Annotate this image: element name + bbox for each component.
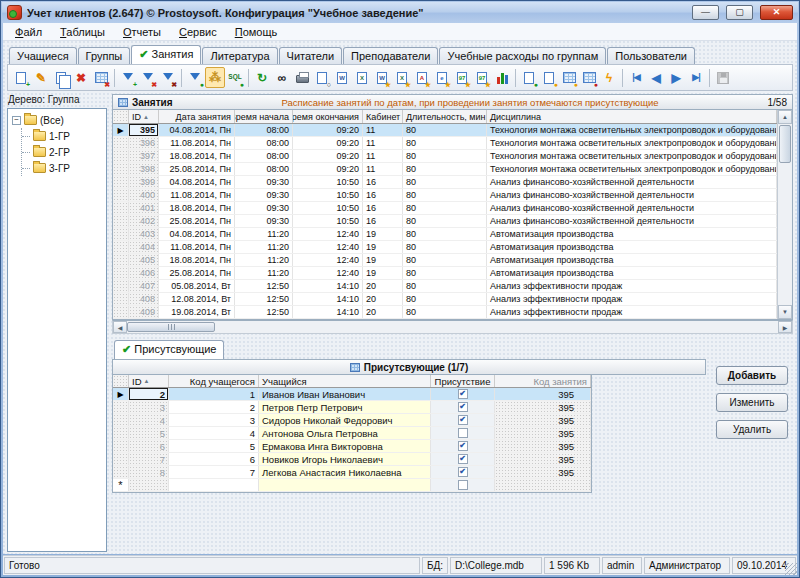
- close-button[interactable]: ✕: [760, 5, 793, 20]
- cell[interactable]: [129, 479, 169, 491]
- expand-collapse-icon[interactable]: −: [12, 116, 21, 125]
- cell[interactable]: 12.08.2014, Вт: [159, 293, 235, 305]
- cell[interactable]: 402: [129, 215, 159, 227]
- cell[interactable]: 12:50: [235, 293, 293, 305]
- cell[interactable]: Анализ финансово-хозяйственной деятельно…: [487, 176, 777, 188]
- cell[interactable]: 12:50: [235, 306, 293, 318]
- cell[interactable]: 80: [403, 150, 487, 162]
- checkbox-checked[interactable]: ✔: [458, 454, 468, 464]
- lessons-row[interactable]: 39611.08.2014, Пн08:0009:201180Технологи…: [113, 137, 777, 150]
- cell[interactable]: 11: [363, 137, 403, 149]
- cell[interactable]: 14:10: [293, 293, 363, 305]
- cell[interactable]: 08:00: [235, 137, 293, 149]
- tab-1[interactable]: Группы: [78, 47, 131, 64]
- cell[interactable]: 09:30: [235, 176, 293, 188]
- set-filter-button[interactable]: +: [118, 67, 138, 88]
- menu-item-0[interactable]: Файл: [6, 24, 51, 40]
- resize-grip[interactable]: [785, 563, 797, 575]
- cell[interactable]: 395: [495, 414, 591, 426]
- scroll-thumb[interactable]: [127, 322, 215, 332]
- cell[interactable]: 80: [403, 280, 487, 292]
- cell[interactable]: 18.08.2014, Пн: [159, 254, 235, 266]
- scroll-left-button[interactable]: ◀: [113, 321, 127, 333]
- tree-node-2[interactable]: 3-ГР: [22, 160, 106, 176]
- cell[interactable]: Технология монтажа осветительных электро…: [487, 150, 777, 162]
- cell[interactable]: 4: [169, 427, 259, 439]
- cell[interactable]: 12:40: [293, 241, 363, 253]
- attendance-row[interactable]: 76Новиков Игорь Николаевич✔395: [113, 453, 591, 466]
- scroll-track[interactable]: [778, 124, 792, 305]
- cell[interactable]: Новиков Игорь Николаевич: [259, 453, 431, 465]
- attendance-new-row[interactable]: *: [113, 479, 591, 492]
- scroll-up-button[interactable]: ▲: [778, 110, 792, 124]
- tab-attendance[interactable]: ✔Присутсвующие: [114, 340, 224, 359]
- export-word97-button[interactable]: 97★: [452, 67, 472, 88]
- cell[interactable]: 16: [363, 189, 403, 201]
- cell[interactable]: 80: [403, 163, 487, 175]
- scroll-track[interactable]: [127, 321, 778, 333]
- cell[interactable]: ✔: [431, 440, 495, 452]
- lessons-vertical-scrollbar[interactable]: ▲ ▼: [777, 110, 792, 319]
- export-word-button[interactable]: W: [332, 67, 352, 88]
- cell[interactable]: 80: [403, 228, 487, 240]
- cell[interactable]: 7: [169, 466, 259, 478]
- cell[interactable]: 8: [129, 466, 169, 478]
- cell[interactable]: 09:20: [293, 137, 363, 149]
- cell[interactable]: Анализ эффективности продаж: [487, 280, 777, 292]
- lessons-row[interactable]: 40118.08.2014, Пн09:3010:501680Анализ фи…: [113, 202, 777, 215]
- cell[interactable]: Анализ эффективности продаж: [487, 306, 777, 318]
- cell[interactable]: 19: [363, 267, 403, 279]
- cell[interactable]: Автоматизация производства: [487, 228, 777, 240]
- cell[interactable]: Анализ эффективности продаж: [487, 293, 777, 305]
- cell[interactable]: 397: [129, 150, 159, 162]
- cell[interactable]: 11:20: [235, 241, 293, 253]
- cell[interactable]: ✔: [431, 414, 495, 426]
- checkbox-checked[interactable]: ✔: [458, 389, 468, 399]
- attendance-row[interactable]: 54Антонова Ольга Петровна395: [113, 427, 591, 440]
- maximize-button[interactable]: ▢: [726, 5, 753, 20]
- cell[interactable]: 19: [363, 254, 403, 266]
- cell[interactable]: [431, 427, 495, 439]
- tree-node-0[interactable]: 1-ГР: [22, 128, 106, 144]
- export-excel97-button[interactable]: 97★: [472, 67, 492, 88]
- cell[interactable]: 08:00: [235, 124, 293, 136]
- column-header[interactable]: ID▲: [129, 110, 159, 123]
- cell[interactable]: 6: [129, 440, 169, 452]
- lessons-row[interactable]: 40919.08.2014, Вт12:5014:102080Анализ эф…: [113, 306, 777, 319]
- menu-item-1[interactable]: Таблицы: [51, 24, 114, 40]
- cell[interactable]: 19: [363, 228, 403, 240]
- cell[interactable]: 80: [403, 241, 487, 253]
- cell[interactable]: 11:20: [235, 228, 293, 240]
- cell[interactable]: 08:00: [235, 150, 293, 162]
- cell[interactable]: 80: [403, 124, 487, 136]
- attendance-row[interactable]: 65Ермакова Инга Викторовна✔395: [113, 440, 591, 453]
- column-header[interactable]: Дата занятия: [159, 110, 235, 123]
- remove-filter-button[interactable]: ✖: [138, 67, 158, 88]
- lessons-row[interactable]: 39825.08.2014, Пн08:0009:201180Технологи…: [113, 163, 777, 176]
- cell[interactable]: 12:40: [293, 267, 363, 279]
- column-header[interactable]: Присутствие: [431, 375, 495, 387]
- cell[interactable]: 11:20: [235, 254, 293, 266]
- cell[interactable]: 399: [129, 176, 159, 188]
- cell[interactable]: 409: [129, 306, 159, 318]
- cell[interactable]: 2: [169, 401, 259, 413]
- lessons-row[interactable]: 40625.08.2014, Пн11:2012:401980Автоматиз…: [113, 267, 777, 280]
- cell[interactable]: [169, 479, 259, 491]
- cell[interactable]: Ермакова Инга Викторовна: [259, 440, 431, 452]
- cell[interactable]: ✔: [431, 401, 495, 413]
- cell[interactable]: 09:30: [235, 215, 293, 227]
- tree-panel-toggle-button[interactable]: ⁂: [205, 67, 225, 88]
- cell[interactable]: 401: [129, 202, 159, 214]
- filter-visibility-button[interactable]: ●: [185, 67, 205, 88]
- lessons-row[interactable]: 39718.08.2014, Пн08:0009:201180Технологи…: [113, 150, 777, 163]
- cell[interactable]: 395: [495, 466, 591, 478]
- cell[interactable]: 80: [403, 306, 487, 318]
- cell[interactable]: 16: [363, 202, 403, 214]
- lessons-row[interactable]: 40304.08.2014, Пн11:2012:401980Автоматиз…: [113, 228, 777, 241]
- tab-2[interactable]: ✔Занятия: [131, 45, 201, 64]
- lessons-horizontal-scrollbar[interactable]: ◀ ▶: [112, 320, 793, 334]
- checkbox-checked[interactable]: ✔: [458, 467, 468, 477]
- cell[interactable]: 04.08.2014, Пн: [159, 176, 235, 188]
- menu-item-2[interactable]: Отчеты: [114, 24, 170, 40]
- attendance-row[interactable]: 43Сидоров Николай Федорович✔395: [113, 414, 591, 427]
